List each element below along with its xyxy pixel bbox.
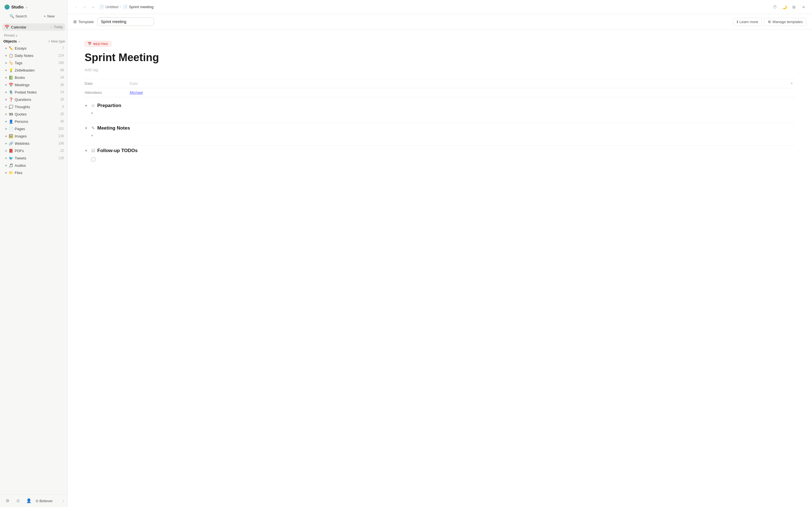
sidebar-item-audios[interactable]: ▶ 🎵 Audios xyxy=(1,162,66,169)
expand-icon: ▶ xyxy=(4,46,8,50)
menu-icon[interactable]: ≡ xyxy=(800,3,808,11)
expand-icon: ▶ xyxy=(4,170,8,175)
forward-button[interactable]: › xyxy=(89,3,97,11)
template-icon: ⊞ xyxy=(73,19,77,24)
expand-arrow-icon[interactable]: › xyxy=(63,499,64,503)
object-count: 224 xyxy=(58,54,64,57)
add-tag[interactable]: Add tag xyxy=(85,68,795,72)
expand-icon: ▶ xyxy=(4,163,8,168)
sidebar-item-questions[interactable]: ▶ ❓ Questions 26 xyxy=(1,96,66,103)
workspace-name-bottom[interactable]: ◎ Believer xyxy=(36,499,60,503)
pinned-label: Pinned ∧ xyxy=(4,34,63,38)
workspace-title[interactable]: Studio ⌄ xyxy=(2,3,65,11)
object-icon: 🔗 xyxy=(8,141,13,146)
expand-icon: ▶ xyxy=(4,141,8,146)
expand-icon: ▶ xyxy=(4,149,8,153)
object-count: 7 xyxy=(62,46,64,50)
content: 📅 MEETING Sprint Meeting Add tag Date Da… xyxy=(68,30,812,507)
breadcrumb-parent[interactable]: 📄 Untitled xyxy=(99,5,118,9)
breadcrumb-current[interactable]: 📄 Sprint meeting xyxy=(123,5,154,9)
new-label: New xyxy=(47,14,55,18)
section-divider-0 xyxy=(85,123,795,123)
object-icon: ❓ xyxy=(8,97,13,102)
section-header-2[interactable]: ▼ ☑ Follow-up TODOs xyxy=(85,148,795,154)
manage-templates-button[interactable]: ⚙ Manage templates xyxy=(764,18,806,26)
sidebar-item-podast-notes[interactable]: ▶ 🎙️ Podast Notes 14 xyxy=(1,89,66,96)
new-type-button[interactable]: + New type xyxy=(48,40,65,43)
section-chevron-icon: ▼ xyxy=(85,149,89,152)
template-label-text: Template xyxy=(79,20,94,24)
settings-icon[interactable]: ⚙ xyxy=(3,497,11,505)
objects-chevron-icon: ⌄ xyxy=(18,40,20,43)
property-add-button[interactable]: + xyxy=(788,80,795,87)
sidebar-item-pages[interactable]: ▶ 📄 Pages 201 xyxy=(1,125,66,132)
sections-container: ▼ ⊹ Prepartion ▼ ✎ Meeting Notes ▼ ☑ Fol… xyxy=(85,103,795,163)
object-name: Daily Notes xyxy=(15,54,57,58)
object-icon: 🎙️ xyxy=(8,90,13,95)
expand-icon: ▶ xyxy=(4,126,8,131)
object-name: Files xyxy=(15,171,63,175)
search-button[interactable]: 🔍 Search xyxy=(3,12,33,20)
section-header-0[interactable]: ▼ ⊹ Prepartion xyxy=(85,103,795,108)
sidebar-item-thoughts[interactable]: ▶ 💭 Thoughts 5 xyxy=(1,103,66,110)
workspace-chevron-icon: ⌄ xyxy=(26,6,28,9)
page-title[interactable]: Sprint Meeting xyxy=(85,51,795,64)
mentions-icon[interactable]: ⊙ xyxy=(14,497,22,505)
checkbox-item-2-0[interactable] xyxy=(85,156,795,163)
timer-icon[interactable]: ⏱ xyxy=(771,3,779,11)
sidebar-item-books[interactable]: ▶ 📗 Books 34 xyxy=(1,74,66,81)
sidebar-item-zettelkasten[interactable]: ▶ 💡 Zettelkasten 68 xyxy=(1,66,66,74)
object-name: Podast Notes xyxy=(15,90,59,94)
sidebar-item-tweets[interactable]: ▶ 🐦 Tweets 128 xyxy=(1,154,66,162)
sidebar-item-quotes[interactable]: ▶ 99 Quotes 25 xyxy=(1,110,66,118)
sidebar-item-tags[interactable]: ▶ 🏷️ Tags 185 xyxy=(1,59,66,66)
workspace-icon xyxy=(4,4,10,10)
sidebar-item-pdfs[interactable]: ▶ 📕 PDFs 22 xyxy=(1,147,66,154)
sidebar-item-daily-notes[interactable]: ▶ 📋 Daily Notes 224 xyxy=(1,52,66,59)
expand-icon: ▶ xyxy=(4,53,8,58)
object-name: Persons xyxy=(15,119,59,124)
sidebar-item-files[interactable]: ▶ 📁 Files xyxy=(1,169,66,176)
template-label: ⊞ Template xyxy=(73,19,94,24)
manage-icon: ⚙ xyxy=(768,20,771,24)
object-icon: 👤 xyxy=(8,119,13,124)
bullet-item-0-0[interactable] xyxy=(85,111,795,115)
sidebar-item-meetings[interactable]: ▶ 📅 Meetings 36 xyxy=(1,81,66,89)
sidebar-item-essays[interactable]: ▶ ✏️ Essays 7 xyxy=(1,45,66,52)
property-value[interactable]: Michael xyxy=(130,91,795,95)
forward-left-button[interactable]: ‹‹ xyxy=(81,3,89,11)
sidebar-item-weblinks[interactable]: ▶ 🔗 Weblinks 186 xyxy=(1,140,66,147)
search-icon: 🔍 xyxy=(10,14,14,18)
new-button[interactable]: + New xyxy=(35,12,64,20)
sidebar-item-persons[interactable]: ▶ 👤 Persons 45 xyxy=(1,118,66,125)
learn-more-label: Learn more xyxy=(740,20,758,24)
today-label: Today xyxy=(54,25,63,29)
back-button[interactable]: ‹ xyxy=(72,3,80,11)
section-title: Follow-up TODOs xyxy=(97,148,138,154)
expand-icon: ▶ xyxy=(4,156,8,160)
section-title: Prepartion xyxy=(97,103,121,108)
object-icon: 📁 xyxy=(8,170,13,175)
objects-title[interactable]: Objects ⌄ xyxy=(3,39,20,43)
moon-icon[interactable]: 🌙 xyxy=(780,3,788,11)
sidebar-item-images[interactable]: ▶ 🖼️ Images 130 xyxy=(1,132,66,140)
learn-more-button[interactable]: ℹ Learn more xyxy=(733,18,762,26)
bullet-item-1-0[interactable] xyxy=(85,134,795,137)
checkbox-icon[interactable] xyxy=(91,158,95,161)
layout-icon[interactable]: ⊞ xyxy=(790,3,798,11)
parent-icon: 📄 xyxy=(99,5,104,9)
object-name: Tags xyxy=(15,61,57,65)
sidebar-item-calendar[interactable]: 📅 Calendar → Today xyxy=(2,23,65,31)
object-name: Tweets xyxy=(15,156,57,160)
section-header-1[interactable]: ▼ ✎ Meeting Notes xyxy=(85,125,795,131)
template-name-input[interactable] xyxy=(97,17,154,26)
badge-icon: 📅 xyxy=(88,42,92,46)
header-actions: ⏱ 🌙 ⊞ ≡ xyxy=(771,3,808,11)
object-icon: 🎵 xyxy=(8,163,13,168)
object-name: Weblinks xyxy=(15,142,57,146)
property-row-1: Attendees Michael xyxy=(85,88,795,97)
profile-icon[interactable]: 👤 xyxy=(25,497,33,505)
object-icon: 🖼️ xyxy=(8,133,13,138)
section-type-icon: ✎ xyxy=(91,126,95,131)
object-icon: 💡 xyxy=(8,68,13,73)
